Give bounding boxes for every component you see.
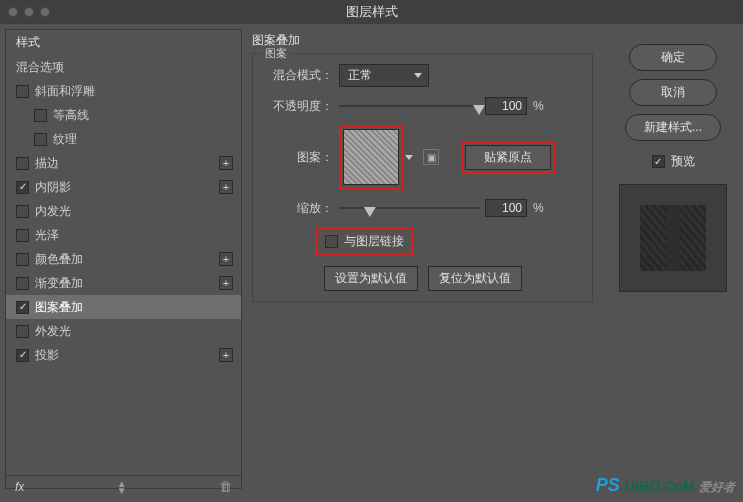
preview-label: 预览	[671, 153, 695, 170]
reorder-icon[interactable]: ▲▼	[117, 480, 127, 494]
style-item-contour[interactable]: 等高线	[6, 103, 241, 127]
add-color-overlay-icon[interactable]: +	[219, 252, 233, 266]
checkbox-contour[interactable]	[34, 109, 47, 122]
defaults-row: 设置为默认值 复位为默认值	[263, 266, 582, 291]
checkbox-gradient-overlay[interactable]	[16, 277, 29, 290]
style-item-outer-glow[interactable]: 外发光	[6, 319, 241, 343]
style-item-satin[interactable]: 光泽	[6, 223, 241, 247]
label-gradient-overlay: 渐变叠加	[35, 275, 83, 292]
checkbox-pattern-overlay[interactable]	[16, 301, 29, 314]
percent-label-2: %	[533, 201, 544, 215]
link-layer-checkbox[interactable]	[325, 235, 338, 248]
opacity-input[interactable]	[485, 97, 527, 115]
styles-panel: 样式 混合选项 斜面和浮雕 等高线 纹理 描边 + 内阴影	[0, 24, 242, 502]
label-texture: 纹理	[53, 131, 77, 148]
pattern-row: 图案： ▣ 贴紧原点	[263, 125, 582, 189]
scale-slider[interactable]	[339, 207, 479, 209]
checkbox-color-overlay[interactable]	[16, 253, 29, 266]
checkbox-drop-shadow[interactable]	[16, 349, 29, 362]
preview-swatch	[640, 205, 706, 271]
add-inner-shadow-icon[interactable]: +	[219, 180, 233, 194]
snap-origin-button[interactable]: 贴紧原点	[465, 145, 551, 170]
checkbox-outer-glow[interactable]	[16, 325, 29, 338]
add-drop-shadow-icon[interactable]: +	[219, 348, 233, 362]
label-contour: 等高线	[53, 107, 89, 124]
checkbox-satin[interactable]	[16, 229, 29, 242]
make-default-button[interactable]: 设置为默认值	[324, 266, 418, 291]
opacity-label: 不透明度：	[263, 98, 333, 115]
actions-panel: 确定 取消 新建样式... 预览	[603, 24, 743, 502]
style-item-texture[interactable]: 纹理	[6, 127, 241, 151]
style-item-color-overlay[interactable]: 颜色叠加 +	[6, 247, 241, 271]
minimize-window-icon[interactable]	[24, 7, 34, 17]
label-satin: 光泽	[35, 227, 59, 244]
pattern-fieldset: 图案 混合模式： 正常 不透明度： % 图案：	[252, 53, 593, 302]
style-item-inner-shadow[interactable]: 内阴影 +	[6, 175, 241, 199]
style-item-gradient-overlay[interactable]: 渐变叠加 +	[6, 271, 241, 295]
blend-options-label: 混合选项	[16, 59, 64, 76]
link-row: 与图层链接	[315, 227, 582, 256]
style-item-stroke[interactable]: 描边 +	[6, 151, 241, 175]
checkbox-stroke[interactable]	[16, 157, 29, 170]
blend-mode-row: 混合模式： 正常	[263, 64, 582, 87]
reset-default-button[interactable]: 复位为默认值	[428, 266, 522, 291]
label-bevel: 斜面和浮雕	[35, 83, 95, 100]
blend-options-row[interactable]: 混合选项	[6, 55, 241, 79]
label-color-overlay: 颜色叠加	[35, 251, 83, 268]
ok-button[interactable]: 确定	[629, 44, 717, 71]
close-window-icon[interactable]	[8, 7, 18, 17]
checkbox-inner-shadow[interactable]	[16, 181, 29, 194]
link-label: 与图层链接	[344, 233, 404, 250]
new-style-button[interactable]: 新建样式...	[625, 114, 721, 141]
add-stroke-icon[interactable]: +	[219, 156, 233, 170]
section-title: 图案叠加	[252, 32, 593, 51]
preview-toggle[interactable]: 预览	[652, 153, 695, 170]
maximize-window-icon[interactable]	[40, 7, 50, 17]
styles-footer: fx ▲▼ 🗑	[5, 475, 242, 497]
label-outer-glow: 外发光	[35, 323, 71, 340]
style-item-inner-glow[interactable]: 内发光	[6, 199, 241, 223]
scale-label: 缩放：	[263, 200, 333, 217]
fx-menu-icon[interactable]: fx	[15, 480, 24, 494]
dialog-body: 样式 混合选项 斜面和浮雕 等高线 纹理 描边 + 内阴影	[0, 24, 743, 502]
checkbox-inner-glow[interactable]	[16, 205, 29, 218]
style-item-drop-shadow[interactable]: 投影 +	[6, 343, 241, 367]
percent-label: %	[533, 99, 544, 113]
layer-style-dialog: 图层样式 样式 混合选项 斜面和浮雕 等高线 纹理 描边	[0, 0, 743, 502]
pattern-label: 图案：	[263, 149, 333, 166]
add-gradient-overlay-icon[interactable]: +	[219, 276, 233, 290]
cancel-button[interactable]: 取消	[629, 79, 717, 106]
blend-mode-label: 混合模式：	[263, 67, 333, 84]
dialog-title: 图层样式	[346, 3, 398, 21]
blend-mode-select[interactable]: 正常	[339, 64, 429, 87]
label-inner-glow: 内发光	[35, 203, 71, 220]
opacity-slider-thumb[interactable]	[473, 105, 485, 115]
trash-icon[interactable]: 🗑	[219, 479, 232, 494]
snap-origin-highlight: 贴紧原点	[461, 141, 555, 174]
styles-header[interactable]: 样式	[6, 30, 241, 55]
link-highlight: 与图层链接	[315, 227, 414, 256]
scale-row: 缩放： %	[263, 199, 582, 217]
preview-checkbox[interactable]	[652, 155, 665, 168]
scale-input[interactable]	[485, 199, 527, 217]
label-drop-shadow: 投影	[35, 347, 59, 364]
checkbox-bevel[interactable]	[16, 85, 29, 98]
style-item-bevel[interactable]: 斜面和浮雕	[6, 79, 241, 103]
label-pattern-overlay: 图案叠加	[35, 299, 83, 316]
opacity-row: 不透明度： %	[263, 97, 582, 115]
scale-slider-thumb[interactable]	[364, 207, 376, 217]
pattern-dropdown-icon[interactable]	[405, 155, 417, 160]
pattern-highlight	[339, 125, 403, 189]
options-panel: 图案叠加 图案 混合模式： 正常 不透明度： % 图案：	[242, 24, 603, 502]
checkbox-texture[interactable]	[34, 133, 47, 146]
new-preset-icon[interactable]: ▣	[423, 149, 439, 165]
label-stroke: 描边	[35, 155, 59, 172]
pattern-swatch[interactable]	[343, 129, 399, 185]
opacity-slider[interactable]	[339, 105, 479, 107]
preview-box	[619, 184, 727, 292]
window-controls	[8, 7, 50, 17]
fieldset-label: 图案	[261, 46, 291, 61]
style-item-pattern-overlay[interactable]: 图案叠加	[6, 295, 241, 319]
watermark: PS UiBO.CoM 爱好者	[596, 475, 735, 496]
titlebar: 图层样式	[0, 0, 743, 24]
